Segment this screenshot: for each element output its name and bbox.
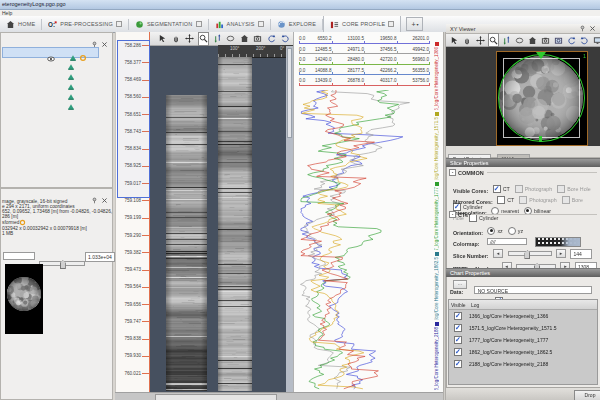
core-image-strip-left[interactable] — [166, 95, 207, 391]
scale-tick-label: 56355.0 — [399, 68, 429, 73]
cursor-button[interactable] — [449, 33, 460, 47]
tree-item[interactable] — [67, 97, 75, 107]
log-visible-checkbox[interactable]: ✓ — [454, 360, 462, 368]
ribbon-tab-explore[interactable]: EXPLORE — [271, 16, 322, 32]
legend-item[interactable]: 1777_log/Core Heterogeneity_1777 — [430, 182, 443, 250]
legend-color-swatch — [435, 322, 439, 326]
depth-tick-mark — [142, 287, 149, 288]
camera-button[interactable] — [553, 33, 564, 47]
close-icon[interactable] — [589, 25, 596, 32]
tree-item[interactable] — [67, 67, 75, 77]
scale-tick-label: 42720.0 — [367, 57, 397, 62]
min-value-field[interactable] — [3, 252, 35, 260]
divider — [487, 172, 597, 173]
tree-item[interactable] — [67, 57, 75, 67]
rotate-ccw-button[interactable] — [266, 32, 278, 46]
ellipse-button[interactable] — [514, 33, 525, 47]
screen-button[interactable] — [592, 33, 600, 47]
home-icon — [240, 34, 249, 43]
ribbon-tab-home[interactable]: HOME — [0, 16, 41, 32]
depth-tick-label: 759.473 — [124, 267, 141, 272]
log-visible-checkbox[interactable]: ✓ — [454, 324, 462, 332]
sync-button[interactable] — [211, 32, 223, 46]
profile-series-line — [301, 90, 410, 389]
max-value-field[interactable]: 1.033e+04 — [85, 252, 115, 262]
log-table-row[interactable]: ✓ 2188_log/Core Heterogeneity_2188 — [449, 358, 597, 370]
log-table-row[interactable]: ✓ 1571.5_log/Core Heterogeneity_1571.5 — [449, 322, 597, 334]
log-visible-checkbox[interactable]: ✓ — [454, 348, 462, 356]
rotate-ccw-button[interactable] — [566, 33, 577, 47]
scale-tick-label: 28480.0 — [334, 57, 364, 62]
rotate-cw-button[interactable] — [279, 32, 291, 46]
log-table-row[interactable]: ✓ 1777_log/Core Heterogeneity_1777 — [449, 334, 597, 346]
log-table-row[interactable]: ✓ 1366_log/Core Heterogeneity_1366 — [449, 310, 597, 322]
rotate-cw-button[interactable] — [579, 33, 590, 47]
core-image-strip-unrolled[interactable] — [218, 57, 252, 391]
legend-item[interactable]: 1862_log/Core Heterogeneity_1862.5 — [430, 252, 443, 320]
cylinder-outline-circle[interactable] — [498, 54, 585, 142]
legend-item[interactable]: 2188_log/Core Heterogeneity_2188 — [430, 322, 443, 390]
detach-icon[interactable] — [258, 21, 264, 27]
new-tab-button[interactable]: +▾ — [406, 17, 423, 31]
group-common[interactable]: - COMMON — [449, 169, 597, 176]
coreprofile-icon — [330, 20, 339, 29]
xy-viewer-canvas-area[interactable]: 1 — [446, 47, 600, 146]
snapshot-button[interactable] — [252, 32, 264, 46]
zoom-button[interactable] — [488, 33, 499, 47]
ellipse-button[interactable] — [225, 32, 237, 46]
pin-icon[interactable] — [579, 25, 586, 32]
scrollbar-thumb[interactable] — [155, 394, 277, 400]
legend-item[interactable]: 1366_log/Core Heterogeneity_1366 — [430, 42, 443, 110]
collapse-icon[interactable]: - — [449, 169, 456, 176]
cursor-button[interactable] — [157, 32, 169, 46]
sync-button[interactable] — [501, 33, 512, 47]
orientation-marker-triangle[interactable] — [536, 52, 546, 59]
move-button[interactable] — [184, 32, 196, 46]
viewer-horizontal-scrollbar[interactable] — [115, 392, 443, 400]
scrollbar-thumb[interactable] — [287, 48, 292, 138]
log-visible-checkbox[interactable]: ✓ — [454, 336, 462, 344]
slider-handle[interactable] — [60, 260, 66, 269]
home-button[interactable] — [527, 33, 538, 47]
angle-tick-label: 100° — [230, 46, 239, 51]
zoom-button[interactable] — [198, 32, 210, 46]
tree-item[interactable] — [67, 77, 75, 87]
collapse-icon[interactable]: - — [449, 211, 456, 218]
scale-axis-tick — [364, 41, 365, 44]
contrast-slider[interactable] — [39, 261, 85, 266]
scale-tick-label: 26878.0 — [334, 78, 364, 83]
viewer-vertical-scrollbar[interactable] — [286, 46, 293, 392]
scale-axis-tick — [299, 41, 300, 44]
log-visible-checkbox[interactable]: ✓ — [454, 312, 462, 320]
tree-item-selected[interactable] — [2, 47, 99, 58]
checkbox-bore-hole[interactable] — [562, 196, 570, 204]
ribbon-tab-core-profile[interactable]: CORE PROFILE — [323, 16, 401, 32]
depth-selection-rectangle[interactable] — [117, 40, 150, 198]
close-icon[interactable] — [101, 35, 108, 53]
home-button[interactable] — [239, 32, 251, 46]
ribbon-tab-label: CORE PROFILE — [342, 21, 385, 27]
tree-item[interactable] — [67, 87, 75, 97]
group-cts[interactable]: - CTs — [449, 211, 597, 218]
log-table-row[interactable]: ✓ 1862_log/Core Heterogeneity_1862.5 — [449, 346, 597, 358]
legend-item[interactable]: 1571.5_log/Core Heterogeneity_1571.5 — [430, 112, 443, 180]
depth-tick-mark — [142, 252, 149, 253]
detach-icon[interactable] — [196, 21, 202, 27]
eye-icon[interactable] — [47, 49, 55, 67]
cursor-icon — [450, 36, 459, 45]
ribbon-tab-analysis[interactable]: ANALYSIS — [209, 16, 270, 32]
pan-button[interactable] — [462, 33, 473, 47]
detach-icon[interactable] — [116, 21, 122, 27]
scale-axis-tick — [332, 72, 333, 75]
scale-tick-label: 49942.0 — [399, 47, 429, 52]
slice-number-slider[interactable] — [508, 251, 552, 256]
move-button[interactable] — [475, 33, 486, 47]
pan-button[interactable] — [171, 32, 183, 46]
snapshot-button[interactable] — [540, 33, 551, 47]
detach-icon[interactable] — [388, 21, 394, 27]
scale-tick-label: 53756.0 — [399, 78, 429, 83]
zoom-icon — [489, 36, 498, 45]
drop-button[interactable]: Drop — [574, 390, 600, 400]
ribbon-tab-segmentation[interactable]: SEGMENTATION — [129, 16, 208, 32]
ribbon-tab-pre-processing[interactable]: O:PRE-PROCESSING — [42, 16, 128, 32]
